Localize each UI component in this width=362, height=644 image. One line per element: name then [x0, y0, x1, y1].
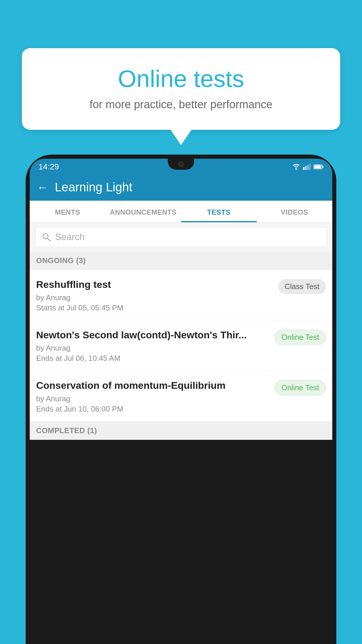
test-time: Starts at Jul 05, 05:45 PM — [36, 303, 274, 312]
search-icon — [42, 232, 51, 242]
svg-point-0 — [296, 169, 297, 170]
test-badge: Class Test — [278, 279, 326, 294]
svg-rect-2 — [305, 166, 307, 170]
phone-device: 14:29 — [26, 155, 336, 644]
test-info: Reshuffling test by Anurag Starts at Jul… — [36, 278, 274, 312]
speech-bubble: Online tests for more practice, better p… — [22, 48, 340, 130]
completed-section-header: COMPLETED (1) — [30, 421, 332, 440]
test-badge: Online Test — [275, 330, 326, 345]
tab-videos[interactable]: VIDEOS — [257, 201, 333, 222]
test-name: Conservation of momentum-Equilibrium — [36, 379, 270, 392]
status-time: 14:29 — [38, 162, 59, 172]
test-name: Reshuffling test — [36, 278, 274, 291]
app-header: ← Learning Light — [30, 174, 332, 201]
test-by: by Anurag — [36, 394, 270, 403]
tabs-bar: MENTS ANNOUNCEMENTS TESTS VIDEOS — [30, 201, 332, 223]
bubble-title: Online tests — [42, 66, 320, 92]
tab-tests[interactable]: TESTS — [181, 201, 257, 222]
battery-icon — [314, 164, 324, 169]
test-time: Ends at Jul 06, 10:45 AM — [36, 354, 270, 363]
test-info: Newton's Second law(contd)-Newton's Thir… — [36, 328, 270, 363]
tab-ments[interactable]: MENTS — [30, 201, 106, 222]
tab-announcements[interactable]: ANNOUNCEMENTS — [106, 201, 181, 222]
phone-notch — [168, 159, 194, 170]
svg-line-9 — [48, 238, 50, 241]
svg-rect-7 — [322, 166, 323, 168]
status-bar: 14:29 — [30, 159, 332, 174]
test-by: by Anurag — [36, 293, 274, 302]
tests-list: Reshuffling test by Anurag Starts at Jul… — [30, 270, 332, 421]
test-item[interactable]: Newton's Second law(contd)-Newton's Thir… — [30, 320, 332, 371]
completed-section-title: COMPLETED (1) — [36, 426, 97, 435]
svg-rect-3 — [307, 165, 309, 170]
svg-rect-6 — [314, 165, 321, 168]
search-placeholder: Search — [55, 232, 85, 242]
test-name: Newton's Second law(contd)-Newton's Thir… — [36, 328, 270, 341]
phone-screen: ← Learning Light MENTS ANNOUNCEMENTS TES… — [30, 174, 332, 440]
svg-rect-1 — [303, 167, 305, 170]
wifi-icon — [292, 164, 300, 170]
camera-dot — [178, 161, 184, 167]
page-background: Online tests for more practice, better p… — [0, 0, 362, 644]
svg-rect-4 — [309, 164, 311, 170]
test-time: Ends at Jun 10, 06:00 PM — [36, 405, 270, 414]
test-item[interactable]: Conservation of momentum-Equilibrium by … — [30, 371, 332, 421]
signal-icon — [303, 164, 311, 170]
search-container: Search — [30, 223, 332, 251]
test-item[interactable]: Reshuffling test by Anurag Starts at Jul… — [30, 270, 332, 320]
test-by: by Anurag — [36, 344, 270, 353]
status-icons — [292, 164, 324, 170]
test-badge: Online Test — [275, 380, 326, 396]
search-bar[interactable]: Search — [36, 227, 326, 247]
test-info: Conservation of momentum-Equilibrium by … — [36, 379, 270, 413]
ongoing-section-header: ONGOING (3) — [30, 251, 332, 270]
bubble-subtitle: for more practice, better performance — [42, 98, 320, 111]
app-title: Learning Light — [55, 180, 132, 194]
ongoing-section-title: ONGOING (3) — [36, 256, 86, 265]
back-button[interactable]: ← — [37, 181, 48, 193]
